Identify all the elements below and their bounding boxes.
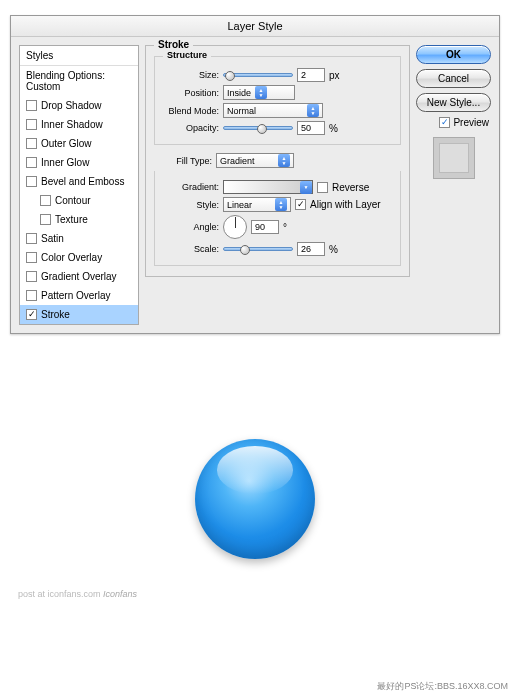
style-label: Pattern Overlay [41,290,110,301]
align-checkbox[interactable]: ✓ [295,199,306,210]
footer-brand: Iconfans [103,589,137,599]
opacity-slider[interactable] [223,126,293,130]
dialog-title: Layer Style [11,16,499,37]
style-label: Color Overlay [41,252,102,263]
select-arrows-icon: ▲▼ [275,198,287,211]
fill-type-label: Fill Type: [154,156,212,166]
footer-text: post at [18,589,45,599]
gradient-style-select[interactable]: Linear ▲▼ [223,197,291,212]
blend-mode-value: Normal [227,106,303,116]
reverse-checkbox[interactable] [317,182,328,193]
gradient-swatch[interactable]: ▼ [223,180,313,194]
structure-title: Structure [163,50,211,60]
opacity-label: Opacity: [161,123,219,133]
position-value: Inside [227,88,251,98]
select-arrows-icon: ▲▼ [307,104,319,117]
reverse-label: Reverse [332,182,369,193]
style-checkbox[interactable] [40,195,51,206]
size-unit: px [329,70,340,81]
dropdown-icon: ▼ [300,181,312,194]
style-checkbox[interactable] [26,271,37,282]
style-checkbox[interactable] [26,100,37,111]
style-checkbox[interactable]: ✓ [26,309,37,320]
blending-label: Blending Options: Custom [26,70,132,92]
footer: post at iconfans.com Iconfans [0,589,510,605]
sidebar-item-stroke[interactable]: ✓Stroke [20,305,138,324]
blend-mode-label: Blend Mode: [161,106,219,116]
sidebar-item-pattern-overlay[interactable]: Pattern Overlay [20,286,138,305]
style-checkbox[interactable] [40,214,51,225]
preview-label: Preview [453,117,489,128]
style-label: Bevel and Emboss [41,176,124,187]
style-checkbox[interactable] [26,138,37,149]
angle-unit: ° [283,222,287,233]
blend-mode-select[interactable]: Normal ▲▼ [223,103,323,118]
layer-style-dialog: Layer Style Styles Blending Options: Cus… [10,15,500,334]
sidebar-header[interactable]: Styles [20,46,138,66]
panel-title: Stroke [154,39,193,50]
stroke-panel: Stroke Structure Size: px Position: [145,45,410,325]
style-label: Inner Shadow [41,119,103,130]
style-label: Stroke [41,309,70,320]
size-input[interactable] [297,68,325,82]
style-label: Outer Glow [41,138,92,149]
scale-input[interactable] [297,242,325,256]
sidebar-item-gradient-overlay[interactable]: Gradient Overlay [20,267,138,286]
sidebar-item-outer-glow[interactable]: Outer Glow [20,134,138,153]
align-label: Align with Layer [310,199,381,210]
sidebar-item-bevel-and-emboss[interactable]: Bevel and Emboss [20,172,138,191]
position-select[interactable]: Inside ▲▼ [223,85,295,100]
style-label: Gradient Overlay [41,271,117,282]
style-checkbox[interactable] [26,252,37,263]
sidebar-item-color-overlay[interactable]: Color Overlay [20,248,138,267]
preview-checkbox[interactable]: ✓ [439,117,450,128]
select-arrows-icon: ▲▼ [255,86,267,99]
sidebar-item-contour[interactable]: Contour [20,191,138,210]
footer-link: iconfans.com [48,589,101,599]
angle-input[interactable] [251,220,279,234]
watermark: 最好的PS论坛:BBS.16XX8.COM [377,680,508,693]
angle-label: Angle: [161,222,219,232]
size-label: Size: [161,70,219,80]
scale-unit: % [329,244,338,255]
sidebar-item-drop-shadow[interactable]: Drop Shadow [20,96,138,115]
sidebar-item-inner-glow[interactable]: Inner Glow [20,153,138,172]
opacity-unit: % [329,123,338,134]
new-style-button[interactable]: New Style... [416,93,491,112]
sidebar-item-inner-shadow[interactable]: Inner Shadow [20,115,138,134]
styles-sidebar: Styles Blending Options: Custom Drop Sha… [19,45,139,325]
angle-dial[interactable] [223,215,247,239]
style-label: Style: [161,200,219,210]
preview-thumbnail [433,137,475,179]
opacity-input[interactable] [297,121,325,135]
sidebar-item-satin[interactable]: Satin [20,229,138,248]
rendered-orb [195,439,315,559]
fill-type-value: Gradient [220,156,274,166]
sidebar-item-texture[interactable]: Texture [20,210,138,229]
style-label: Texture [55,214,88,225]
style-checkbox[interactable] [26,176,37,187]
fill-type-select[interactable]: Gradient ▲▼ [216,153,294,168]
style-checkbox[interactable] [26,157,37,168]
style-checkbox[interactable] [26,119,37,130]
style-checkbox[interactable] [26,290,37,301]
dialog-buttons: OK Cancel New Style... ✓ Preview [416,45,491,325]
scale-slider[interactable] [223,247,293,251]
result-preview [0,409,510,589]
scale-label: Scale: [161,244,219,254]
select-arrows-icon: ▲▼ [278,154,290,167]
sidebar-blending-options[interactable]: Blending Options: Custom [20,66,138,96]
style-value: Linear [227,200,271,210]
cancel-button[interactable]: Cancel [416,69,491,88]
style-label: Drop Shadow [41,100,102,111]
style-label: Contour [55,195,91,206]
style-checkbox[interactable] [26,233,37,244]
position-label: Position: [161,88,219,98]
size-slider[interactable] [223,73,293,77]
gradient-label: Gradient: [161,182,219,192]
style-label: Inner Glow [41,157,89,168]
style-label: Satin [41,233,64,244]
ok-button[interactable]: OK [416,45,491,64]
